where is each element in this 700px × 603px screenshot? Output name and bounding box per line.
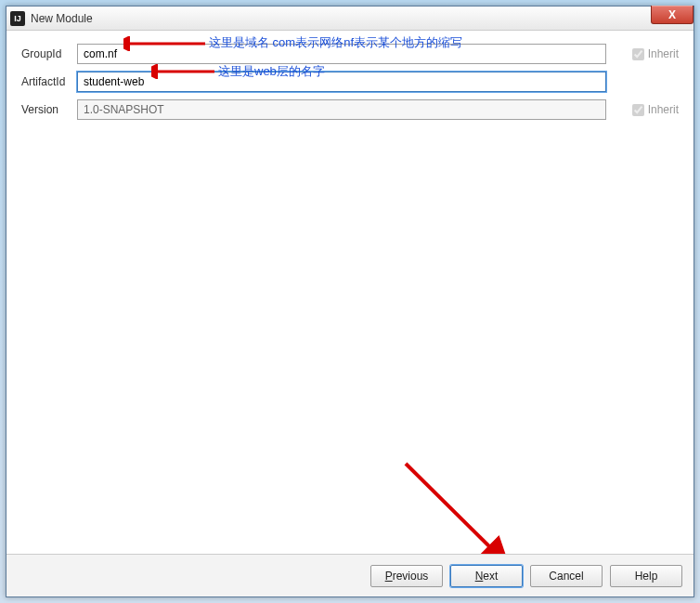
close-icon: X xyxy=(668,8,676,21)
version-inherit-checkbox xyxy=(632,104,644,116)
groupid-row: GroupId Inherit xyxy=(21,44,679,64)
groupid-inherit-checkbox xyxy=(632,48,644,60)
close-button[interactable]: X xyxy=(651,6,694,24)
version-label: Version xyxy=(21,103,77,116)
inherit-label: Inherit xyxy=(648,103,679,116)
arrow-annotation-next xyxy=(396,458,508,560)
previous-button[interactable]: Previous xyxy=(370,565,443,587)
artifactid-input[interactable] xyxy=(77,72,606,92)
version-inherit: Inherit xyxy=(606,103,679,116)
version-input[interactable] xyxy=(77,99,606,120)
groupid-input[interactable] xyxy=(77,44,606,64)
cancel-button[interactable]: Cancel xyxy=(530,565,603,587)
help-button[interactable]: Help xyxy=(610,565,682,587)
version-row: Version Inherit xyxy=(21,99,679,120)
dialog-window: IJ New Module X GroupId Inherit Artifact… xyxy=(6,6,694,597)
app-icon: IJ xyxy=(10,11,25,26)
content-area: GroupId Inherit ArtifactId . Version Inh… xyxy=(6,31,694,554)
groupid-label: GroupId xyxy=(21,47,77,60)
groupid-inherit: Inherit xyxy=(606,47,679,60)
inherit-label: Inherit xyxy=(648,47,679,60)
footer: Previous Next Cancel Help xyxy=(6,554,694,596)
artifactid-label: ArtifactId xyxy=(21,75,77,88)
titlebar: IJ New Module X xyxy=(6,7,694,31)
artifactid-row: ArtifactId . xyxy=(21,72,679,92)
next-button[interactable]: Next xyxy=(450,565,523,587)
window-title: New Module xyxy=(31,12,93,25)
svg-line-5 xyxy=(406,464,494,551)
